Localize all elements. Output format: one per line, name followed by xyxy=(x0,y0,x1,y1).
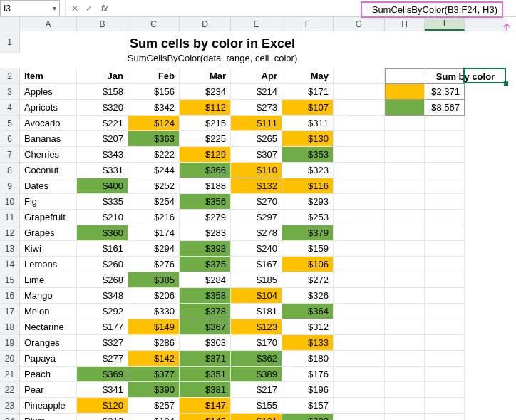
cell-g[interactable] xyxy=(334,367,385,382)
header-month[interactable]: Jan xyxy=(77,68,128,84)
cell-i[interactable] xyxy=(425,382,465,398)
data-cell[interactable]: $234 xyxy=(180,84,231,100)
row-header[interactable]: 1 xyxy=(0,31,20,53)
cell-h[interactable] xyxy=(385,288,425,304)
cell-i[interactable] xyxy=(425,414,465,420)
data-cell[interactable]: $177 xyxy=(77,319,128,335)
cell-h[interactable] xyxy=(385,178,425,194)
cell-blank[interactable] xyxy=(465,367,507,382)
cell-h[interactable] xyxy=(385,210,425,225)
item-name[interactable]: Oranges xyxy=(20,335,77,351)
cell-i[interactable] xyxy=(425,194,465,210)
data-cell[interactable]: $104 xyxy=(231,288,282,304)
data-cell[interactable]: $272 xyxy=(282,272,334,288)
cell-h[interactable] xyxy=(385,382,425,398)
row-header[interactable]: 12 xyxy=(0,225,20,241)
cell-blank[interactable] xyxy=(465,100,507,116)
data-cell[interactable]: $161 xyxy=(77,241,128,257)
col-header-H[interactable]: H xyxy=(385,17,425,31)
data-cell[interactable]: $348 xyxy=(77,288,128,304)
item-name[interactable]: Avocado xyxy=(20,116,77,131)
data-cell[interactable]: $323 xyxy=(282,163,334,178)
col-header-F[interactable]: F xyxy=(282,17,334,31)
data-cell[interactable]: $371 xyxy=(180,351,231,367)
data-cell[interactable]: $327 xyxy=(77,335,128,351)
data-cell[interactable]: $326 xyxy=(282,288,334,304)
data-cell[interactable]: $176 xyxy=(282,367,334,382)
row-header[interactable]: 6 xyxy=(0,131,20,147)
data-cell[interactable]: $107 xyxy=(282,100,334,116)
cell-blank[interactable] xyxy=(465,382,507,398)
item-name[interactable]: Grapes xyxy=(20,225,77,241)
data-cell[interactable]: $123 xyxy=(231,319,282,335)
cell-h[interactable] xyxy=(385,225,425,241)
cell-g[interactable] xyxy=(334,288,385,304)
data-cell[interactable]: $210 xyxy=(77,210,128,225)
data-cell[interactable]: $277 xyxy=(77,351,128,367)
data-cell[interactable]: $221 xyxy=(77,116,128,131)
data-cell[interactable]: $155 xyxy=(231,398,282,414)
data-cell[interactable]: $106 xyxy=(282,257,334,272)
data-cell[interactable]: $293 xyxy=(282,194,334,210)
data-cell[interactable]: $286 xyxy=(128,335,180,351)
cell-blank[interactable] xyxy=(465,288,507,304)
item-name[interactable]: Melon xyxy=(20,304,77,319)
cell-i[interactable] xyxy=(425,178,465,194)
data-cell[interactable]: $216 xyxy=(128,210,180,225)
data-cell[interactable]: $393 xyxy=(180,241,231,257)
cell-blank[interactable] xyxy=(465,194,507,210)
cell-h[interactable] xyxy=(385,116,425,131)
header-item[interactable]: Item xyxy=(20,68,77,84)
cell-blank[interactable] xyxy=(465,84,507,100)
data-cell[interactable]: $342 xyxy=(128,100,180,116)
data-cell[interactable]: $362 xyxy=(231,351,282,367)
data-cell[interactable]: $358 xyxy=(180,288,231,304)
row-header[interactable]: 4 xyxy=(0,100,20,116)
col-header-I[interactable]: I xyxy=(425,17,465,31)
data-cell[interactable]: $379 xyxy=(282,225,334,241)
cell-h[interactable] xyxy=(385,414,425,420)
data-cell[interactable]: $111 xyxy=(231,116,282,131)
data-cell[interactable]: $363 xyxy=(128,131,180,147)
row-header[interactable]: 13 xyxy=(0,241,20,257)
cell[interactable] xyxy=(465,31,507,53)
cell-i[interactable] xyxy=(425,163,465,178)
data-cell[interactable]: $170 xyxy=(231,335,282,351)
data-cell[interactable]: $270 xyxy=(231,194,282,210)
cell-g[interactable] xyxy=(334,241,385,257)
data-cell[interactable]: $240 xyxy=(231,241,282,257)
cell-i[interactable] xyxy=(425,398,465,414)
cell-i[interactable] xyxy=(425,272,465,288)
col-header-C[interactable]: C xyxy=(128,17,180,31)
item-name[interactable]: Dates xyxy=(20,178,77,194)
data-cell[interactable]: $215 xyxy=(180,116,231,131)
cell-h[interactable] xyxy=(385,272,425,288)
data-cell[interactable]: $253 xyxy=(282,210,334,225)
cell-i[interactable] xyxy=(425,241,465,257)
data-cell[interactable]: $360 xyxy=(77,225,128,241)
data-cell[interactable]: $367 xyxy=(180,319,231,335)
data-cell[interactable]: $369 xyxy=(77,367,128,382)
data-cell[interactable]: $158 xyxy=(77,84,128,100)
cell-h[interactable] xyxy=(385,351,425,367)
col-header-A[interactable]: A xyxy=(20,17,77,31)
data-cell[interactable]: $257 xyxy=(128,398,180,414)
row-header[interactable]: 15 xyxy=(0,272,20,288)
data-cell[interactable]: $312 xyxy=(282,319,334,335)
row-header[interactable]: 16 xyxy=(0,288,20,304)
cell-blank[interactable] xyxy=(465,225,507,241)
data-cell[interactable]: $335 xyxy=(77,194,128,210)
data-cell[interactable]: $149 xyxy=(128,319,180,335)
data-cell[interactable]: $124 xyxy=(128,116,180,131)
cell-g[interactable] xyxy=(334,147,385,163)
data-cell[interactable]: $181 xyxy=(231,304,282,319)
cell[interactable] xyxy=(465,53,507,68)
data-cell[interactable]: $116 xyxy=(282,178,334,194)
data-cell[interactable]: $364 xyxy=(282,304,334,319)
data-cell[interactable]: $278 xyxy=(231,225,282,241)
data-cell[interactable]: $185 xyxy=(231,272,282,288)
row-header[interactable]: 7 xyxy=(0,147,20,163)
data-cell[interactable]: $330 xyxy=(128,304,180,319)
column-headers[interactable]: ABCDEFGHI xyxy=(0,17,516,31)
item-name[interactable]: Pineapple xyxy=(20,398,77,414)
